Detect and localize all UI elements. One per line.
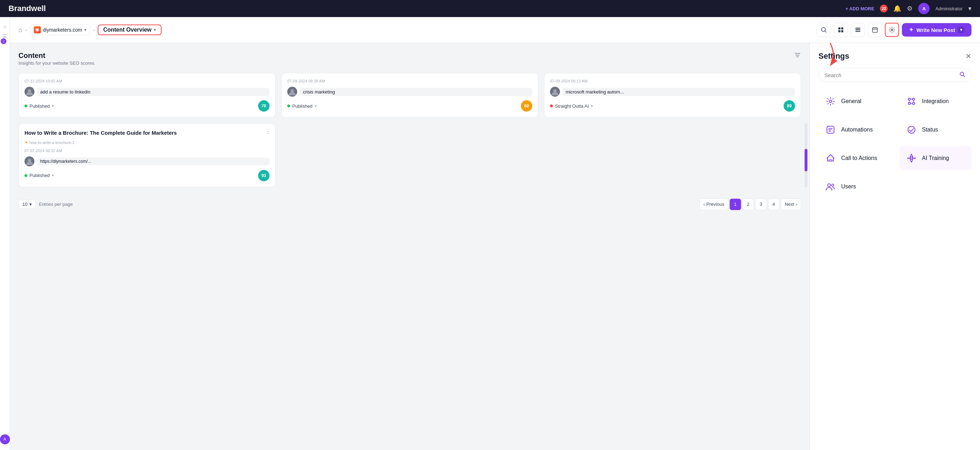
- next-arrow-icon: ›: [796, 201, 797, 207]
- card-3-author-row: microsoft marketing autom...: [550, 87, 795, 97]
- sparkle-icon: ✦: [909, 27, 913, 33]
- chevron-down-icon[interactable]: ▾: [968, 5, 972, 13]
- panel-title-group: Content Insights for your website SEO sc…: [19, 51, 95, 66]
- card-3-status[interactable]: Straight Outta AI ▾: [550, 104, 593, 109]
- content-overview-label: Content Overview: [103, 27, 152, 33]
- next-page-button[interactable]: Next ›: [781, 199, 801, 210]
- settings-title: Settings: [818, 51, 850, 61]
- sort-button[interactable]: [794, 51, 801, 59]
- next-label: Next: [785, 201, 794, 207]
- grid-icon: [838, 27, 844, 33]
- card-3-status-chevron[interactable]: ▾: [591, 104, 593, 109]
- prev-page-button[interactable]: ‹ Previous: [700, 199, 728, 210]
- settings-status-label: Status: [922, 126, 938, 133]
- sidebar-strip: ⌂ 2 ☰ A: [0, 17, 10, 450]
- svg-rect-4: [838, 30, 840, 32]
- content-cards-row-1: 07-12-2024 10:55 AM add a resume to link…: [19, 73, 801, 118]
- settings-icon-button[interactable]: [885, 23, 899, 37]
- card-2-title: crisis marketing: [300, 88, 532, 96]
- page-1-button[interactable]: 1: [730, 199, 741, 210]
- svg-rect-2: [838, 27, 840, 29]
- app-container: ⌂ 2 ☰ A ⌂ › diymarketers.com ▾: [0, 17, 980, 450]
- page-2-button[interactable]: 2: [743, 199, 754, 210]
- settings-item-automations[interactable]: Automations: [818, 118, 891, 142]
- card-1-status-chevron[interactable]: ▾: [52, 104, 54, 109]
- svg-point-1: [822, 28, 826, 32]
- site-favicon: [34, 26, 41, 34]
- card-2-status-chevron[interactable]: ▾: [315, 104, 317, 109]
- sidebar-notification-badge: 2: [1, 38, 6, 44]
- search-icon: [821, 27, 827, 33]
- content-overview-selector[interactable]: Content Overview ▾: [98, 24, 162, 35]
- card-1-author-avatar: [24, 87, 35, 97]
- per-page-select[interactable]: 10 ▾: [19, 200, 36, 209]
- settings-item-integration[interactable]: Integration: [899, 89, 972, 113]
- search-icon-button[interactable]: [817, 23, 831, 37]
- notification-badge[interactable]: 22: [880, 5, 888, 13]
- per-page-chevron-icon: ▾: [29, 201, 32, 207]
- site-selector[interactable]: diymarketers.com ▾: [30, 24, 90, 35]
- page-4-button[interactable]: 4: [768, 199, 780, 210]
- settings-item-users[interactable]: Users: [818, 174, 891, 199]
- settings-item-call-to-actions[interactable]: Call to Actions: [818, 146, 891, 170]
- content-overview-chevron-icon: ▾: [154, 27, 156, 32]
- card-menu-icon[interactable]: ⋮: [265, 128, 271, 135]
- sidebar-bottom-avatar[interactable]: A: [0, 434, 10, 444]
- content-card-2: 07-09-2024 08:38 AM crisis marketing Pub…: [281, 73, 538, 118]
- brochure-card-author-avatar: [24, 156, 35, 166]
- page-3-button[interactable]: 3: [755, 199, 767, 210]
- sidebar-home-icon[interactable]: ⌂: [2, 23, 8, 30]
- brochure-card-status-chevron[interactable]: ▾: [52, 173, 54, 178]
- settings-general-label: General: [841, 98, 861, 104]
- card-1-status-label: Published: [29, 104, 50, 109]
- prev-arrow-icon: ‹: [703, 201, 705, 207]
- write-new-post-button[interactable]: ✦ Write New Post ▾: [902, 23, 972, 37]
- brochure-card-author-row: https://diymarketers.com/...: [24, 156, 269, 166]
- page-navigation: ‹ Previous 1 2 3 4 Next ›: [700, 199, 801, 210]
- svg-point-20: [908, 102, 910, 104]
- svg-point-10: [891, 29, 893, 31]
- card-2-author-avatar: [287, 87, 297, 97]
- settings-ai-training-label: AI Training: [922, 155, 949, 161]
- settings-search-bar[interactable]: [818, 68, 972, 82]
- content-body: Content Insights for your website SEO sc…: [10, 43, 980, 450]
- brochure-card-status-row: Published ▾ 93: [24, 170, 269, 181]
- brochure-card-status[interactable]: Published ▾: [24, 173, 54, 178]
- settings-item-status[interactable]: Status: [899, 118, 972, 142]
- ai-training-icon: [905, 152, 918, 164]
- per-page-value: 10: [22, 201, 27, 207]
- card-2-status[interactable]: Published ▾: [287, 104, 317, 109]
- settings-close-button[interactable]: ✕: [966, 52, 972, 61]
- general-icon: [824, 95, 837, 108]
- admin-label: Administrator: [935, 6, 963, 11]
- settings-search-input[interactable]: [824, 72, 956, 78]
- brochure-card-url: https://diymarketers.com/...: [37, 158, 269, 165]
- brand-logo: Brandwell: [8, 4, 46, 13]
- add-more-button[interactable]: + ADD MORE: [845, 6, 875, 11]
- calendar-icon: [872, 27, 878, 33]
- bell-icon[interactable]: 🔔: [893, 5, 901, 13]
- user-avatar[interactable]: A: [918, 3, 929, 14]
- settings-item-ai-training[interactable]: AI Training: [899, 146, 972, 170]
- settings-search-icon: [959, 71, 966, 79]
- svg-point-31: [832, 184, 834, 186]
- svg-point-28: [907, 158, 908, 159]
- card-1-status[interactable]: Published ▾: [24, 104, 54, 109]
- prev-label: Previous: [706, 201, 724, 207]
- calendar-view-button[interactable]: [868, 23, 882, 37]
- svg-rect-7: [855, 29, 860, 30]
- card-1-status-row: Published ▾ 76: [24, 100, 269, 112]
- grid-view-button[interactable]: [834, 23, 848, 37]
- call-to-actions-icon: [824, 152, 837, 164]
- settings-nav-icon[interactable]: ⚙: [907, 5, 913, 13]
- card-2-score: 68: [521, 100, 532, 112]
- site-chevron-icon: ▾: [84, 27, 86, 32]
- list-view-button[interactable]: [851, 23, 865, 37]
- entries-per-page-label: Entries per page: [39, 201, 72, 207]
- home-breadcrumb-icon[interactable]: ⌂: [19, 26, 22, 34]
- panel-title: Content: [19, 51, 95, 60]
- card-3-status-row: Straight Outta AI ▾ 89: [550, 100, 795, 112]
- settings-item-general[interactable]: General: [818, 89, 891, 113]
- write-post-dropdown-icon[interactable]: ▾: [958, 27, 964, 33]
- scrollbar-thumb[interactable]: [805, 149, 807, 171]
